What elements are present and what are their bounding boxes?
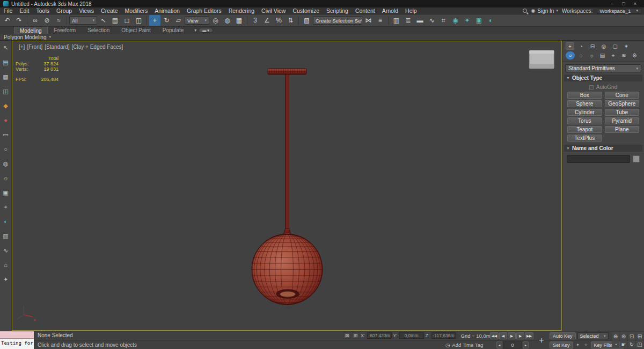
- viewport-general-menu[interactable]: [+]: [19, 44, 25, 50]
- percent-snap-icon[interactable]: %: [273, 15, 284, 26]
- zoom-extents-icon[interactable]: ⊡: [628, 332, 635, 340]
- left-helper-icon[interactable]: ⌖: [1, 203, 10, 211]
- sphere-button[interactable]: Sphere: [567, 100, 602, 107]
- select-and-manipulate-icon[interactable]: ◍: [222, 15, 233, 26]
- menu-tools[interactable]: Tools: [33, 8, 53, 14]
- ribbon-caret-icon[interactable]: ▾: [194, 28, 196, 33]
- display-tab[interactable]: ▢: [611, 42, 619, 50]
- cylinder-button[interactable]: Cylinder: [567, 109, 602, 116]
- fov-icon[interactable]: ◔: [612, 340, 619, 348]
- selection-filter-dropdown[interactable]: All▾: [69, 16, 97, 25]
- left-light-icon[interactable]: ☼: [1, 174, 10, 182]
- go-to-start-button[interactable]: ◀◀: [490, 332, 499, 339]
- unlink-selection-icon[interactable]: ⊘: [41, 15, 53, 26]
- frame-forward-spinner[interactable]: ▸: [523, 341, 529, 348]
- absolute-mode-icon[interactable]: ⊞: [352, 332, 359, 339]
- sign-in-button[interactable]: ◉ Sign In ▾: [531, 8, 558, 14]
- cone-button[interactable]: Cone: [605, 92, 640, 99]
- rendered-frame-icon[interactable]: ▣: [473, 15, 485, 26]
- zoom-icon[interactable]: ⊕: [612, 332, 619, 340]
- window-crossing-icon[interactable]: ◫: [133, 15, 144, 26]
- modify-tab[interactable]: ◔: [577, 42, 586, 50]
- frame-back-spinner[interactable]: ◂: [496, 341, 502, 348]
- left-curve-icon[interactable]: ∿: [1, 246, 10, 255]
- systems-category[interactable]: ※: [630, 51, 639, 60]
- y-coordinate-field[interactable]: 0,0mm: [399, 332, 424, 339]
- menu-create[interactable]: Create: [98, 8, 122, 14]
- zoom-region-icon[interactable]: ⊞: [636, 332, 643, 340]
- polygon-modeling-panel-label[interactable]: Polygon Modeling: [4, 34, 47, 40]
- geometry-category[interactable]: ○: [566, 51, 575, 60]
- left-layers-icon[interactable]: ▤: [1, 58, 10, 66]
- angle-snap-icon[interactable]: ∠: [261, 15, 273, 26]
- bind-to-space-warp-icon[interactable]: ≈: [53, 15, 64, 26]
- object-color-swatch[interactable]: [633, 155, 640, 162]
- menu-customize[interactable]: Customize: [289, 8, 323, 14]
- named-selection-sets-combo[interactable]: Create Selection Se▾: [313, 16, 362, 25]
- viewport-shading-menu[interactable]: [Clay + Edged Faces]: [71, 44, 123, 50]
- object-name-input[interactable]: [567, 155, 630, 163]
- left-camera-icon[interactable]: ▣: [1, 188, 10, 197]
- keyboard-override-icon[interactable]: ▦: [233, 15, 245, 26]
- set-key-button[interactable]: Set Key: [550, 341, 573, 348]
- render-production-icon[interactable]: ◐: [485, 15, 496, 26]
- reference-coordsys-dropdown[interactable]: View▾: [185, 16, 209, 25]
- textplus-button[interactable]: TextPlus: [567, 135, 602, 142]
- left-material-icon[interactable]: ◆: [1, 101, 10, 110]
- select-by-name-icon[interactable]: ▤: [109, 15, 121, 26]
- selection-region-icon[interactable]: ◻: [121, 15, 133, 26]
- pyramid-button[interactable]: Pyramid: [605, 117, 640, 124]
- material-editor-icon[interactable]: ◉: [450, 15, 461, 26]
- ribbon-tab-object-paint[interactable]: Object Paint: [116, 27, 156, 34]
- ribbon-minimize-toggle[interactable]: ▬ ▾: [199, 28, 213, 33]
- menu-rendering[interactable]: Rendering: [225, 8, 258, 14]
- workspace-dropdown[interactable]: Workspace_1 ▾: [597, 8, 641, 14]
- scene-explorer-icon[interactable]: ▥: [391, 15, 402, 26]
- shapes-category[interactable]: ◌: [576, 51, 586, 60]
- left-sphere-icon[interactable]: ○: [1, 145, 10, 153]
- lights-category[interactable]: ☼: [587, 51, 596, 60]
- left-views-icon[interactable]: ◫: [1, 87, 10, 95]
- teapot-button[interactable]: Teapot: [567, 126, 602, 133]
- viewport-canvas[interactable]: x: [12, 41, 561, 330]
- left-select-icon[interactable]: ↖: [1, 43, 10, 52]
- select-and-move-icon[interactable]: +: [149, 15, 160, 26]
- maximize-button[interactable]: □: [622, 1, 625, 6]
- next-frame-button[interactable]: ▶: [516, 332, 524, 339]
- macro-recorder-field[interactable]: [0, 331, 34, 339]
- menu-edit[interactable]: Edit: [16, 8, 33, 14]
- cameras-category[interactable]: ▤: [598, 51, 607, 60]
- selection-lock-icon[interactable]: ⊠: [343, 332, 350, 339]
- primitive-class-dropdown[interactable]: Standard Primitives ▾: [565, 64, 641, 72]
- view-cube[interactable]: [529, 50, 554, 69]
- geosphere-button[interactable]: GeoSphere: [605, 100, 640, 107]
- ribbon-tab-selection[interactable]: Selection: [82, 27, 115, 34]
- render-setup-icon[interactable]: ✦: [462, 15, 473, 26]
- spinner-snap-icon[interactable]: ⇅: [285, 15, 296, 26]
- filter-icon[interactable]: ✧: [583, 342, 589, 348]
- previous-frame-button[interactable]: ◀: [499, 332, 507, 339]
- minimize-button[interactable]: –: [611, 1, 613, 6]
- pan-icon[interactable]: ☛: [620, 340, 627, 348]
- close-button[interactable]: ×: [634, 1, 636, 6]
- left-home-icon[interactable]: ⌂: [1, 261, 10, 269]
- menu-civil-view[interactable]: Civil View: [258, 8, 289, 14]
- plane-button[interactable]: Plane: [605, 126, 640, 133]
- key-icon[interactable]: ✦: [575, 342, 581, 348]
- ribbon-toggle-icon[interactable]: ▬: [414, 15, 426, 26]
- menu-help[interactable]: Help: [402, 8, 421, 14]
- x-coordinate-field[interactable]: -607,423m: [367, 332, 392, 339]
- space-warps-category[interactable]: ≋: [619, 51, 628, 60]
- pendant-lamp-object[interactable]: [252, 69, 323, 305]
- undo-icon[interactable]: ↶: [2, 15, 13, 26]
- helpers-category[interactable]: ⌖: [609, 51, 618, 60]
- menu-animation[interactable]: Animation: [151, 8, 184, 14]
- curve-editor-icon[interactable]: ∿: [426, 15, 437, 26]
- edit-named-selections-icon[interactable]: ▧: [301, 15, 312, 26]
- left-cylinder-icon[interactable]: ◍: [1, 159, 10, 168]
- front-viewport[interactable]: [+][Front][Standard][Clay + Edged Faces]…: [12, 41, 562, 331]
- auto-key-button[interactable]: Auto Key: [550, 332, 576, 339]
- go-to-end-button[interactable]: ▶▶: [525, 332, 533, 339]
- maximize-viewport-icon[interactable]: ◳: [636, 340, 643, 348]
- viewport-pov-menu[interactable]: [Front]: [27, 44, 42, 50]
